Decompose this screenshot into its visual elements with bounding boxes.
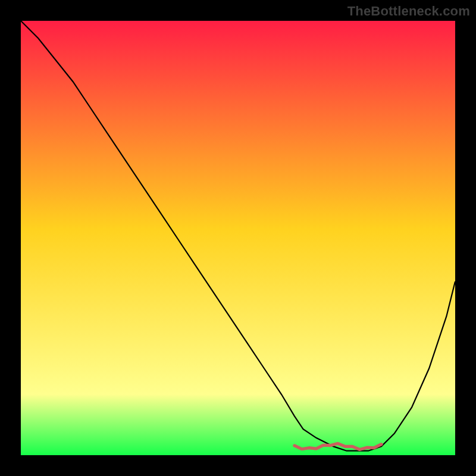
chart-container: TheBottleneck.com [0, 0, 476, 476]
watermark-text: TheBottleneck.com [347, 4, 470, 19]
gradient-background [21, 21, 455, 455]
plot-area [21, 21, 455, 455]
chart-svg [21, 21, 455, 455]
